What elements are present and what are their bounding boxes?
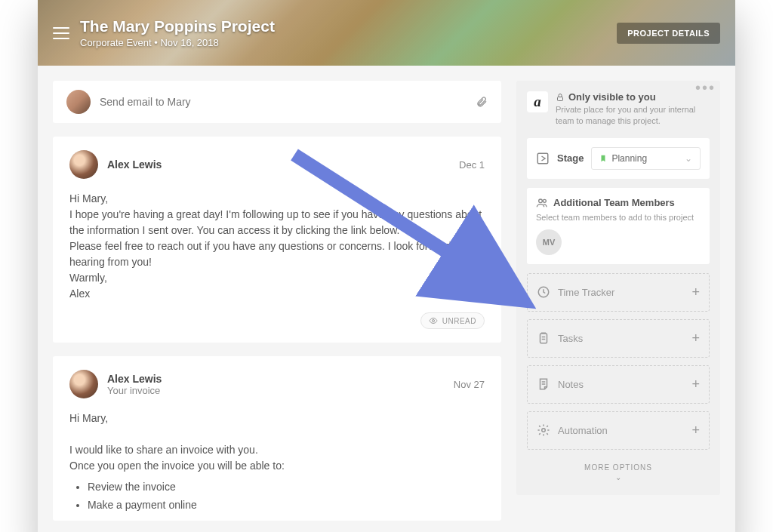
svg-rect-6 [540, 334, 547, 343]
visibility-desc: Private place for you and your internal … [556, 104, 710, 128]
svg-point-7 [542, 429, 546, 432]
message-date: Dec 1 [459, 159, 485, 171]
unread-badge[interactable]: UNREAD [420, 312, 485, 329]
plus-icon: + [691, 377, 700, 392]
team-member-chip[interactable]: MV [536, 229, 562, 255]
clipboard-icon [537, 331, 550, 345]
widget-label: Automation [558, 425, 608, 436]
stage-value: Planning [611, 153, 647, 164]
widget-tasks[interactable]: Tasks + [527, 319, 710, 358]
avatar [69, 150, 98, 179]
chevron-down-icon: ⌄ [685, 153, 692, 164]
plus-icon: + [691, 423, 700, 438]
project-header: The Mary Poppins Project Corporate Event… [38, 0, 735, 66]
svg-point-0 [432, 320, 434, 322]
stage-block: Stage Planning ⌄ [527, 138, 710, 179]
widget-notes[interactable]: Notes + [527, 365, 710, 404]
lock-icon [556, 93, 565, 102]
users-icon [536, 197, 548, 209]
message-list: Review the invoice Make a payment online [88, 478, 485, 515]
team-title: Additional Team Members [553, 197, 675, 208]
message-author: Alex Lewis [107, 373, 162, 385]
workspace-logo: a [527, 91, 548, 112]
gear-icon [537, 423, 550, 437]
compose-row [53, 81, 501, 123]
visibility-notice: a Only visible to you Private place for … [527, 91, 710, 128]
team-block: Additional Team Members Select team memb… [527, 188, 710, 264]
message-body: Hi Mary, I would like to share an invoic… [69, 411, 485, 474]
list-item: Make a payment online [88, 497, 485, 515]
message-card: Alex Lewis Dec 1 Hi Mary, I hope you're … [53, 137, 501, 343]
more-options-button[interactable]: MORE OPTIONS ⌄ [527, 457, 710, 484]
svg-rect-1 [558, 97, 563, 100]
list-item: Review the invoice [88, 478, 485, 497]
project-details-button[interactable]: PROJECT DETAILS [617, 23, 720, 44]
compose-input[interactable] [91, 96, 476, 108]
more-menu-icon[interactable]: ••• [695, 79, 716, 97]
svg-rect-2 [537, 153, 548, 164]
widget-automation[interactable]: Automation + [527, 411, 710, 450]
stage-label: Stage [557, 152, 584, 164]
menu-icon[interactable] [53, 27, 69, 39]
avatar [66, 90, 91, 114]
message-body: Hi Mary, I hope you're having a great da… [69, 191, 485, 302]
message-subject: Your invoice [107, 385, 162, 396]
message-card: Alex Lewis Your invoice Nov 27 Hi Mary, … [53, 356, 501, 521]
unread-label: UNREAD [442, 317, 476, 325]
svg-point-3 [539, 199, 543, 203]
note-icon [537, 377, 550, 391]
plus-icon: + [691, 284, 700, 300]
stage-select[interactable]: Planning ⌄ [591, 147, 701, 170]
bookmark-icon [599, 155, 607, 162]
plus-icon: + [691, 331, 700, 346]
eye-icon [429, 316, 438, 325]
project-subtitle: Corporate Event • Nov 16, 2018 [80, 37, 275, 48]
message-date: Nov 27 [454, 379, 485, 390]
project-sidebar: ••• a Only visible to you Private place … [516, 81, 720, 495]
more-options-label: MORE OPTIONS [584, 463, 652, 472]
widget-label: Tasks [558, 333, 583, 344]
widget-label: Time Tracker [558, 287, 614, 298]
clock-icon [537, 285, 550, 299]
widget-time-tracker[interactable]: Time Tracker + [527, 273, 710, 312]
chevron-down-icon: ⌄ [527, 473, 710, 481]
avatar [69, 370, 98, 398]
widget-label: Notes [558, 379, 584, 390]
team-desc: Select team members to add to this proje… [536, 213, 701, 222]
visibility-title: Only visible to you [568, 91, 656, 103]
project-title: The Mary Poppins Project [80, 17, 275, 35]
activity-feed: Alex Lewis Dec 1 Hi Mary, I hope you're … [53, 81, 501, 532]
svg-point-4 [543, 199, 546, 202]
paperclip-icon[interactable] [476, 96, 488, 108]
message-author: Alex Lewis [107, 158, 162, 171]
stage-icon [536, 152, 550, 165]
